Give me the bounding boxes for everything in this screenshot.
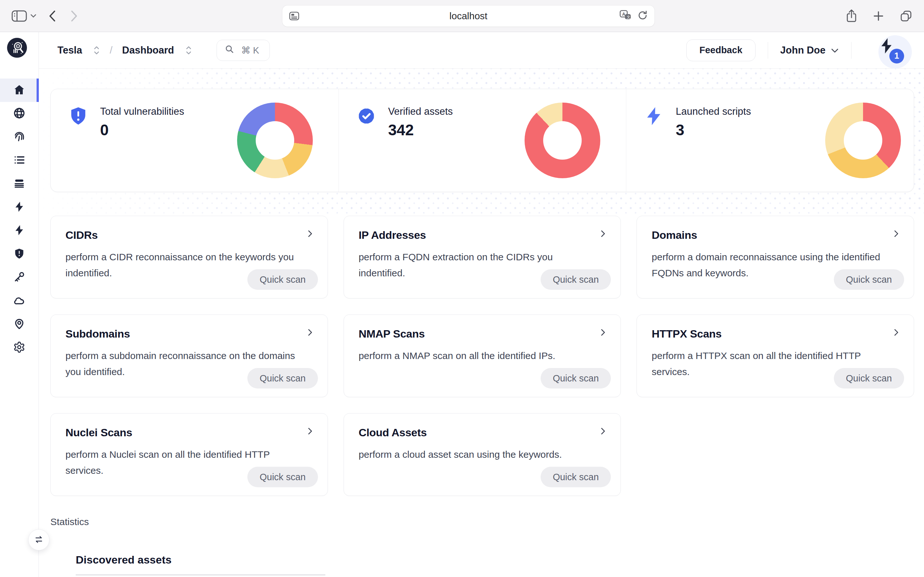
page-title: Dashboard: [122, 45, 174, 56]
swap-arrows-icon: [34, 535, 44, 545]
sidebar-item-settings[interactable]: [0, 336, 39, 359]
card-title: Domains: [652, 229, 899, 242]
sidebar-item-fingerprint[interactable]: [0, 125, 39, 149]
workspace-selector[interactable]: Tesla: [57, 45, 100, 56]
location-pin-icon: [13, 318, 25, 331]
stat-label: Launched scripts: [676, 106, 751, 117]
svg-text:文: 文: [627, 15, 630, 19]
stats-overview-band: Total vulnerabilities 0: [50, 89, 914, 192]
chevron-right-icon[interactable]: [891, 229, 901, 239]
statistics-section-label: Statistics: [50, 516, 924, 527]
globe-icon: [13, 107, 25, 120]
search-input[interactable]: ⌘ K: [216, 40, 270, 61]
back-icon[interactable]: [48, 9, 57, 23]
chevron-right-icon[interactable]: [598, 229, 607, 239]
tabs-overview-icon[interactable]: [900, 10, 913, 23]
sidebar-item-cloud[interactable]: [0, 289, 39, 313]
chevron-down-icon[interactable]: [30, 14, 37, 18]
feedback-button[interactable]: Feedback: [686, 39, 756, 61]
sidebar-collapse-button[interactable]: [28, 529, 49, 550]
sidebar-item-home[interactable]: [0, 79, 39, 102]
quick-scan-button[interactable]: Quick scan: [541, 368, 611, 388]
settings-gear-icon: [13, 341, 25, 354]
page-selector[interactable]: Dashboard: [122, 45, 192, 56]
stat-card-verified-assets: Verified assets 342: [338, 89, 626, 192]
chevron-right-icon[interactable]: [305, 229, 315, 239]
forward-icon[interactable]: [70, 9, 78, 23]
card-description: perform a NMAP scan on all the identifie…: [359, 348, 589, 364]
stat-label: Verified assets: [388, 106, 453, 117]
quick-scan-button[interactable]: Quick scan: [247, 467, 318, 487]
card-nmap-scans[interactable]: NMAP Scans perform a NMAP scan on all th…: [344, 314, 621, 397]
stat-value: 342: [388, 121, 453, 139]
reload-icon[interactable]: [637, 10, 648, 23]
card-title: IP Addresses: [359, 229, 606, 242]
chevron-down-icon: [830, 45, 839, 56]
header-divider: [768, 42, 768, 59]
reader-icon[interactable]: [289, 11, 300, 21]
cloud-icon: [13, 294, 25, 308]
share-icon[interactable]: [846, 9, 857, 23]
address-bar[interactable]: localhost A 文: [282, 5, 654, 27]
shield-alert-icon: [13, 247, 25, 261]
section-divider: [76, 574, 325, 575]
sidebar-item-rows[interactable]: [0, 172, 39, 195]
card-subdomains[interactable]: Subdomains perform a subdomain reconnais…: [50, 314, 328, 397]
sidebar: [0, 32, 39, 577]
card-title: HTTPX Scans: [652, 327, 899, 340]
card-ip-addresses[interactable]: IP Addresses perform a FQDN extraction o…: [344, 216, 621, 298]
chevron-updown-icon: [93, 45, 100, 56]
fingerprint-icon: [13, 131, 25, 143]
stat-label: Total vulnerabilities: [100, 106, 184, 117]
sidebar-toggle-icon[interactable]: [11, 9, 27, 23]
card-httpx-scans[interactable]: HTTPX Scans perform a HTTPX scan on all …: [636, 314, 914, 397]
stat-value: 0: [100, 121, 184, 139]
key-icon: [13, 271, 25, 284]
sidebar-item-vulnerabilities[interactable]: [0, 242, 39, 266]
card-title: CIDRs: [65, 229, 313, 242]
app-header: Tesla / Dashboard: [39, 32, 924, 69]
stat-card-launched-scripts: Launched scripts 3: [626, 89, 914, 192]
quick-scan-button[interactable]: Quick scan: [834, 368, 904, 388]
notifications-button[interactable]: 1: [873, 33, 910, 68]
sidebar-item-scans[interactable]: [0, 195, 39, 219]
rows-stack-icon: [13, 177, 25, 190]
quick-scan-button[interactable]: Quick scan: [247, 269, 318, 290]
card-cidrs[interactable]: CIDRs perform a CIDR reconnaissance on t…: [50, 216, 328, 298]
chevron-right-icon[interactable]: [598, 426, 607, 436]
quick-scan-button[interactable]: Quick scan: [541, 467, 611, 487]
home-icon: [13, 84, 25, 97]
total-vulnerabilities-donut-chart: [237, 103, 313, 178]
user-menu[interactable]: John Doe: [780, 45, 839, 56]
search-icon: [225, 44, 234, 56]
sidebar-item-locations[interactable]: [0, 313, 39, 336]
lightning-bolt-icon: [644, 106, 664, 126]
sidebar-item-scripts[interactable]: [0, 219, 39, 242]
card-nuclei-scans[interactable]: Nuclei Scans perform a Nuclei scan on al…: [50, 413, 328, 496]
chevron-right-icon[interactable]: [598, 327, 607, 337]
breadcrumb-separator: /: [110, 45, 113, 56]
translate-icon[interactable]: A 文: [619, 10, 632, 23]
stat-card-total-vulnerabilities: Total vulnerabilities 0: [51, 89, 338, 192]
card-domains[interactable]: Domains perform a domain reconnaissance …: [636, 216, 914, 298]
chevron-right-icon[interactable]: [305, 327, 315, 337]
stat-value: 3: [676, 121, 751, 139]
quick-scan-button[interactable]: Quick scan: [247, 368, 318, 388]
card-cloud-assets[interactable]: Cloud Assets perform a cloud asset scan …: [344, 413, 621, 496]
launched-scripts-donut-chart: [825, 103, 901, 178]
sidebar-item-globe[interactable]: [0, 102, 39, 125]
breadcrumb: Tesla / Dashboard: [57, 45, 192, 56]
chevron-right-icon[interactable]: [305, 426, 315, 436]
bolt-icon: [13, 201, 25, 214]
quick-scan-button[interactable]: Quick scan: [541, 269, 611, 290]
bolt-icon-2: [13, 224, 25, 237]
card-description: perform a cloud asset scan using the key…: [359, 446, 589, 463]
quick-scan-button[interactable]: Quick scan: [834, 269, 904, 290]
header-divider: [851, 42, 851, 59]
new-tab-icon[interactable]: [873, 10, 884, 22]
sidebar-item-list[interactable]: [0, 149, 39, 172]
sidebar-item-keys[interactable]: [0, 266, 39, 289]
verified-badge-icon: [356, 106, 376, 126]
chevron-right-icon[interactable]: [891, 327, 901, 337]
list-icon: [13, 154, 25, 167]
